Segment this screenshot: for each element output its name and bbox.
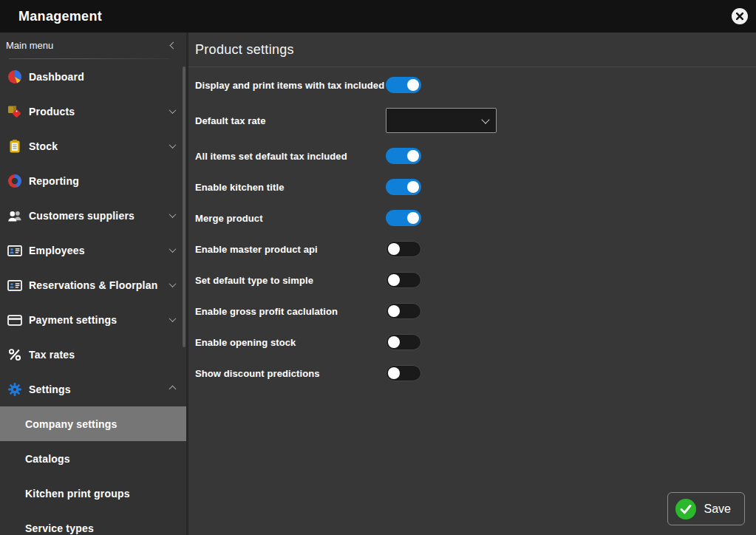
box-tag-icon [7, 104, 22, 119]
setting-label: Enable opening stock [195, 337, 386, 348]
setting-label: Enable gross profit caclulation [195, 306, 386, 317]
toggle-knob [388, 243, 400, 255]
sidebar-item-label: Reservations & Floorplan [29, 279, 157, 291]
chevron-left-icon[interactable] [170, 42, 177, 50]
setting-row-enable-master-product-api: Enable master product api [195, 241, 756, 257]
sidebar-item-label: Reporting [29, 175, 79, 187]
percent-icon [7, 347, 22, 362]
setting-row-merge-product: Merge product [195, 210, 756, 226]
select-wrapper [386, 108, 497, 133]
sidebar-subitem-service-types[interactable]: Service types [0, 511, 186, 535]
setting-label: Enable master product api [195, 244, 386, 255]
check-circle-icon [675, 499, 696, 519]
sidebar-item-label: Stock [29, 140, 58, 152]
setting-label: All items set default tax included [195, 151, 386, 162]
sidebar-item-label: Customers suppliers [29, 210, 134, 222]
people-icon [7, 208, 22, 223]
setting-label: Merge product [195, 213, 386, 224]
sidebar-item-label: Payment settings [29, 314, 117, 326]
toggle-knob [407, 150, 419, 162]
toggle-knob [407, 212, 419, 224]
donut-chart-icon [7, 174, 22, 188]
toggle-enable-opening-stock[interactable] [386, 334, 421, 350]
sidebar-scrollbar-thumb[interactable] [183, 67, 185, 347]
sidebar-subitem-label: Kitchen print groups [25, 488, 130, 500]
sidebar-item-label: Dashboard [29, 71, 84, 83]
toggle-knob [407, 79, 419, 91]
sidebar: Main menu Dashboard Products Stock Repor… [0, 33, 186, 535]
gear-icon [7, 382, 22, 397]
save-button[interactable]: Save [667, 492, 745, 525]
sidebar-item-stock[interactable]: Stock [0, 129, 186, 163]
toggle-show-discount-predictions[interactable] [386, 365, 421, 381]
chevron-down-icon [169, 106, 177, 114]
close-button[interactable] [732, 8, 748, 24]
close-icon [732, 8, 748, 24]
chevron-down-icon [169, 280, 177, 287]
toggle-all-items-set-default-tax-included[interactable] [386, 148, 421, 164]
sidebar-item-customers-suppliers[interactable]: Customers suppliers [0, 198, 186, 233]
setting-label: Set default type to simple [195, 275, 386, 286]
sidebar-subitem-company-settings[interactable]: Company settings [0, 406, 186, 441]
setting-row-set-default-type-to-simple: Set default type to simple [195, 272, 756, 288]
chevron-down-icon [169, 141, 177, 149]
setting-row-show-discount-predictions: Show discount predictions [195, 365, 756, 381]
id-card-icon [7, 278, 22, 293]
toggle-knob [388, 367, 400, 379]
chevron-down-icon [169, 315, 177, 322]
setting-row-enable-kitchen-title: Enable kitchen title [195, 179, 756, 195]
content-header: Product settings [188, 33, 756, 67]
chevron-down-icon [169, 211, 177, 218]
sidebar-subitem-label: Service types [25, 522, 94, 534]
sidebar-item-products[interactable]: Products [0, 94, 186, 129]
toggle-enable-master-product-api[interactable] [386, 241, 421, 257]
titlebar: Management [0, 0, 756, 33]
toggle-merge-product[interactable] [386, 210, 421, 226]
setting-row-display-and-print-items-with-tax-included: Display and print items with tax include… [195, 77, 756, 93]
setting-label: Enable kitchen title [195, 182, 386, 193]
setting-label: Default tax rate [195, 115, 386, 126]
main-content: Product settings Display and print items… [188, 33, 756, 535]
window-title: Management [18, 9, 102, 24]
sidebar-header-label: Main menu [6, 40, 53, 51]
save-button-label: Save [704, 502, 731, 516]
sidebar-item-reporting[interactable]: Reporting [0, 163, 186, 198]
toggle-enable-gross-profit-caclulation[interactable] [386, 303, 421, 319]
toggle-knob [407, 181, 419, 193]
sidebar-item-reservations-floorplan[interactable]: Reservations & Floorplan [0, 268, 186, 302]
setting-row-all-items-set-default-tax-included: All items set default tax included [195, 148, 756, 164]
setting-row-enable-gross-profit-caclulation: Enable gross profit caclulation [195, 303, 756, 319]
setting-row-enable-opening-stock: Enable opening stock [195, 334, 756, 350]
sidebar-subitem-kitchen-print-groups[interactable]: Kitchen print groups [0, 476, 186, 511]
default-tax-rate-select[interactable] [386, 108, 497, 133]
management-window: Management Main menu Dashboard Products [0, 0, 756, 535]
sidebar-subitem-label: Company settings [25, 418, 118, 430]
sidebar-subitem-label: Catalogs [25, 453, 70, 465]
credit-card-icon [7, 313, 22, 327]
toggle-knob [388, 274, 400, 286]
sidebar-item-payment-settings[interactable]: Payment settings [0, 302, 186, 337]
sidebar-item-label: Employees [29, 245, 85, 256]
chevron-down-icon [169, 245, 177, 253]
clipboard-icon [7, 139, 22, 154]
sidebar-item-settings[interactable]: Settings [0, 372, 186, 406]
id-card-icon [7, 243, 22, 258]
setting-label: Show discount predictions [195, 368, 386, 379]
setting-label: Display and print items with tax include… [195, 80, 386, 91]
sidebar-item-dashboard[interactable]: Dashboard [0, 59, 186, 94]
sidebar-item-label: Products [29, 106, 75, 117]
sidebar-item-label: Tax rates [29, 349, 75, 361]
sidebar-item-employees[interactable]: Employees [0, 233, 186, 268]
toggle-set-default-type-to-simple[interactable] [386, 272, 421, 288]
toggle-knob [388, 336, 400, 348]
sidebar-subitem-catalogs[interactable]: Catalogs [0, 441, 186, 476]
page-title: Product settings [195, 42, 294, 58]
toggle-enable-kitchen-title[interactable] [386, 179, 421, 195]
pie-chart-icon [7, 69, 22, 84]
setting-row-default-tax-rate: Default tax rate [195, 108, 756, 133]
chevron-up-icon [169, 386, 177, 393]
sidebar-item-tax-rates[interactable]: Tax rates [0, 337, 186, 372]
toggle-knob [388, 305, 400, 317]
sidebar-menu: Dashboard Products Stock Reporting Custo… [0, 59, 186, 535]
toggle-display-and-print-items-with-tax-included[interactable] [386, 77, 421, 93]
